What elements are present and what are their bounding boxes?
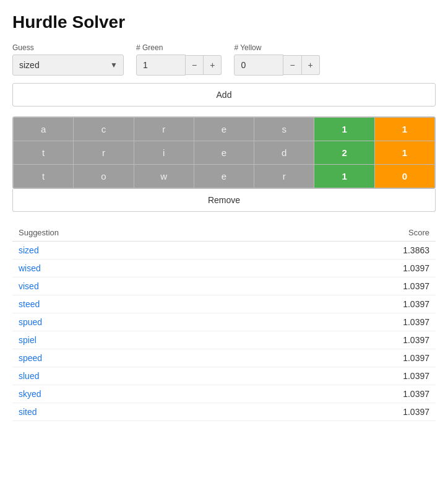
suggestion-score: 1.0397: [256, 385, 436, 403]
letter-cell: e: [194, 141, 254, 165]
green-increment-button[interactable]: +: [204, 55, 222, 75]
suggestion-score: 1.0397: [256, 313, 436, 331]
add-button[interactable]: Add: [12, 83, 436, 107]
guesses-container: acres11tried21tower10: [12, 116, 436, 189]
guess-group: Guess sized wised vised steed spued spie…: [12, 43, 124, 76]
table-row: tried21: [14, 141, 435, 165]
letter-cell: d: [254, 141, 314, 165]
letter-cell: r: [74, 141, 134, 165]
suggestion-word[interactable]: sized: [12, 242, 256, 260]
green-count-cell: 2: [314, 141, 374, 165]
suggestion-score: 1.0397: [256, 260, 436, 277]
list-item: wised1.0397: [12, 260, 436, 277]
suggestions-table: Suggestion Score sized1.3863wised1.0397v…: [12, 224, 436, 421]
list-item: spiel1.0397: [12, 331, 436, 349]
green-count-cell: 1: [314, 118, 374, 141]
letter-cell: e: [194, 118, 254, 141]
letter-cell: c: [74, 118, 134, 141]
yellow-control: 0 − +: [234, 55, 319, 76]
suggestion-score: 1.0397: [256, 349, 436, 367]
green-label: # Green: [136, 43, 222, 52]
green-value: 1: [136, 55, 186, 76]
guess-label: Guess: [12, 43, 124, 52]
yellow-increment-button[interactable]: +: [302, 55, 320, 75]
list-item: steed1.0397: [12, 295, 436, 313]
list-item: vised1.0397: [12, 277, 436, 295]
remove-button[interactable]: Remove: [12, 189, 436, 212]
yellow-value: 0: [234, 55, 283, 76]
letter-cell: r: [254, 165, 314, 188]
table-row: acres11: [14, 118, 435, 141]
yellow-count-cell: 1: [374, 141, 434, 165]
suggestion-word[interactable]: sited: [12, 403, 256, 421]
letter-cell: o: [74, 165, 134, 188]
letter-cell: a: [14, 118, 74, 141]
list-item: skyed1.0397: [12, 385, 436, 403]
suggestion-score: 1.0397: [256, 331, 436, 349]
suggestion-word[interactable]: vised: [12, 277, 256, 295]
input-row: Guess sized wised vised steed spued spie…: [12, 43, 436, 76]
green-group: # Green 1 − +: [136, 43, 222, 76]
letter-cell: t: [14, 141, 74, 165]
suggestion-word[interactable]: wised: [12, 260, 256, 277]
letter-cell: e: [194, 165, 254, 188]
yellow-decrement-button[interactable]: −: [283, 55, 301, 75]
suggestions-header-row: Suggestion Score: [12, 224, 436, 242]
suggestion-score: 1.0397: [256, 295, 436, 313]
suggestion-score: 1.0397: [256, 277, 436, 295]
suggestion-word[interactable]: steed: [12, 295, 256, 313]
yellow-count-cell: 1: [374, 118, 434, 141]
list-item: spued1.0397: [12, 313, 436, 331]
green-control: 1 − +: [136, 55, 222, 76]
yellow-label: # Yellow: [234, 43, 319, 52]
guess-select[interactable]: sized wised vised steed spued spiel spee…: [12, 55, 124, 76]
suggestion-word[interactable]: speed: [12, 349, 256, 367]
suggestion-score: 1.0397: [256, 403, 436, 421]
yellow-count-cell: 0: [374, 165, 434, 188]
letter-cell: s: [254, 118, 314, 141]
yellow-group: # Yellow 0 − +: [234, 43, 319, 76]
suggestion-score: 1.3863: [256, 242, 436, 260]
letter-cell: t: [14, 165, 74, 188]
suggestion-word[interactable]: spiel: [12, 331, 256, 349]
list-item: sized1.3863: [12, 242, 436, 260]
letter-cell: i: [134, 141, 194, 165]
list-item: sited1.0397: [12, 403, 436, 421]
letter-cell: w: [134, 165, 194, 188]
list-item: slued1.0397: [12, 367, 436, 385]
guess-select-wrapper: sized wised vised steed spued spiel spee…: [12, 55, 124, 76]
guesses-table: acres11tried21tower10: [13, 117, 435, 188]
score-col-header: Score: [256, 224, 436, 242]
list-item: speed1.0397: [12, 349, 436, 367]
table-row: tower10: [14, 165, 435, 188]
page-title: Hurdle Solver: [12, 12, 436, 32]
suggestion-word[interactable]: slued: [12, 367, 256, 385]
letter-cell: r: [134, 118, 194, 141]
suggestion-score: 1.0397: [256, 367, 436, 385]
green-decrement-button[interactable]: −: [186, 55, 204, 75]
suggestion-word[interactable]: spued: [12, 313, 256, 331]
suggestion-word[interactable]: skyed: [12, 385, 256, 403]
green-count-cell: 1: [314, 165, 374, 188]
suggestion-col-header: Suggestion: [12, 224, 256, 242]
